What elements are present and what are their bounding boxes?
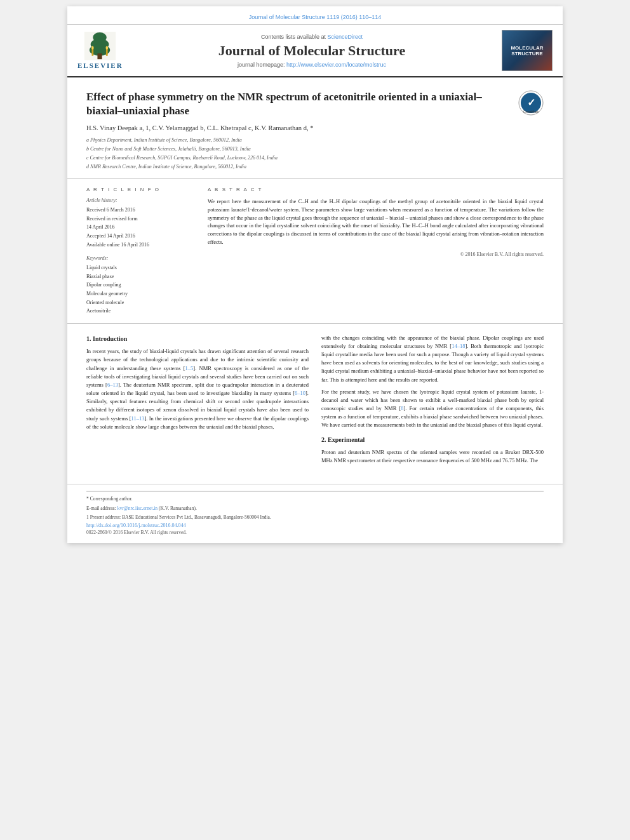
affiliation-c: c Centre for Biomedical Research, SGPGI … (86, 154, 544, 162)
journal-homepage: journal homepage: http://www.elsevier.co… (238, 62, 386, 68)
article-title-section: Effect of phase symmetry on the NMR spec… (67, 77, 563, 179)
footer-divider (86, 491, 544, 491)
affiliations: a Physics Department, Indian Institute o… (86, 137, 544, 171)
journal-title: Journal of Molecular Structure (218, 43, 405, 59)
ref-14-18[interactable]: 14–18 (452, 343, 465, 349)
corresponding-author-note: * Corresponding author. (86, 495, 544, 502)
svg-point-8 (106, 46, 109, 50)
article-title: Effect of phase symmetry on the NMR spec… (86, 90, 509, 118)
date-revised: 14 April 2016 (86, 223, 198, 232)
doi-link[interactable]: http://dx.doi.org/10.1016/j.molstruc.201… (86, 523, 544, 528)
authors: H.S. Vinay Deepak a, 1, C.V. Yelamaggad … (86, 124, 544, 131)
ref-11-13[interactable]: 11–13 (131, 415, 145, 422)
abstract-heading: A B S T R A C T (208, 187, 544, 192)
section1-number: 1. (86, 335, 91, 342)
title-row: Effect of phase symmetry on the NMR spec… (86, 90, 544, 118)
keyword-5: Oriented molecule (86, 298, 198, 307)
email-link[interactable]: kvr@nrc.iisc.ernet.in (117, 505, 158, 511)
keywords-list: Liquid crystals Biaxial phase Dipolar co… (86, 263, 198, 316)
body-col-right: with the changes coinciding with the app… (321, 334, 544, 469)
header-right: MOLECULAR STRUCTURE (495, 30, 553, 71)
keyword-6: Acetonitrile (86, 307, 198, 316)
elsevier-tree-icon (83, 32, 117, 60)
keyword-4: Molecular geometry (86, 290, 198, 298)
page: Journal of Molecular Structure 1119 (201… (67, 6, 563, 543)
email-name-note: (K.V. Ramanathan). (159, 505, 197, 511)
article-history-label: Article history: (86, 197, 198, 203)
crossmark-icon: ✓ CrossMark (518, 90, 544, 116)
page-footer: * Corresponding author. E-mail address: … (67, 484, 563, 543)
date-accepted: Accepted 14 April 2016 (86, 232, 198, 241)
keyword-3: Dipolar coupling (86, 281, 198, 290)
science-direct-line: Contents lists available at ScienceDirec… (261, 34, 363, 40)
ref-1-5[interactable]: 1–5 (185, 365, 194, 371)
homepage-url[interactable]: http://www.elsevier.com/locate/molstruc (286, 62, 386, 68)
svg-text:CrossMark: CrossMark (523, 110, 539, 114)
svg-rect-4 (98, 53, 102, 59)
elsevier-label: ELSEVIER (77, 62, 123, 69)
section2-heading: 2. Experimental (321, 435, 544, 445)
ref-6-13[interactable]: 6–13 (107, 382, 118, 388)
header-center: Contents lists available at ScienceDirec… (128, 30, 495, 71)
section1-heading: 1. Introduction (86, 334, 309, 344)
elsevier-logo: ELSEVIER (77, 32, 123, 69)
date-online: Available online 16 April 2016 (86, 241, 198, 250)
header: ELSEVIER Contents lists available at Sci… (67, 25, 563, 77)
cover-image: MOLECULAR STRUCTURE (502, 30, 553, 71)
date-revised-label: Received in revised form (86, 215, 198, 223)
header-left: ELSEVIER (77, 30, 128, 71)
science-direct-link[interactable]: ScienceDirect (328, 34, 363, 40)
section2-number: 2. (321, 436, 326, 443)
affiliation-a: a Physics Department, Indian Institute o… (86, 137, 544, 144)
body-col2-section2-text: Proton and deuterium NMR spectra of the … (321, 448, 544, 465)
authors-text: H.S. Vinay Deepak a, 1, C.V. Yelamaggad … (86, 124, 313, 131)
ref-8[interactable]: 8 (401, 405, 403, 411)
keyword-2: Biaxial phase (86, 272, 198, 281)
keyword-1: Liquid crystals (86, 263, 198, 272)
date-received: Received 6 March 2016 (86, 206, 198, 215)
corresponding-label: * Corresponding author. (86, 496, 133, 502)
article-dates: Received 6 March 2016 Received in revise… (86, 206, 198, 249)
homepage-prefix: journal homepage: (238, 62, 286, 68)
svg-text:✓: ✓ (527, 97, 535, 108)
article-info-heading: A R T I C L E I N F O (86, 187, 198, 192)
section1-title: Introduction (93, 335, 127, 342)
abstract-section: A B S T R A C T We report here the measu… (208, 187, 544, 316)
science-direct-prefix: Contents lists available at (261, 34, 328, 40)
ref-6-10[interactable]: 6–10 (295, 390, 305, 396)
email-label: E-mail address: (86, 505, 117, 511)
article-info-abstract-section: A R T I C L E I N F O Article history: R… (67, 179, 563, 324)
body-section: 1. Introduction In recent years, the stu… (67, 324, 563, 479)
body-col-left: 1. Introduction In recent years, the stu… (86, 334, 309, 469)
affiliation-d: d NMR Research Centre, Indian Institute … (86, 163, 544, 171)
affiliation-b: b Centre for Nano and Soft Matter Scienc… (86, 145, 544, 153)
journal-reference: Journal of Molecular Structure 1119 (201… (249, 14, 382, 20)
abstract-text: We report here the measurement of the C–… (208, 197, 544, 246)
cover-label: MOLECULAR STRUCTURE (511, 45, 543, 57)
article-info: A R T I C L E I N F O Article history: R… (86, 187, 198, 316)
body-col2-para2: For the present study, we have chosen th… (321, 388, 544, 430)
section2-title: Experimental (328, 436, 365, 443)
body-columns: 1. Introduction In recent years, the stu… (86, 334, 544, 469)
keywords-label: Keywords: (86, 255, 198, 261)
present-address-note: 1 Present address: BASE Educational Serv… (86, 514, 544, 521)
body-col2-para1: with the changes coinciding with the app… (321, 334, 544, 384)
abstract-copyright: © 2016 Elsevier B.V. All rights reserved… (208, 251, 544, 257)
svg-point-6 (91, 46, 94, 50)
body-col1-para1: In recent years, the study of biaxial-li… (86, 347, 309, 431)
issn-note: 0022-2860/© 2016 Elsevier B.V. All right… (86, 530, 544, 535)
top-bar: Journal of Molecular Structure 1119 (201… (67, 6, 563, 25)
email-note: E-mail address: kvr@nrc.iisc.ernet.in (K… (86, 505, 544, 512)
